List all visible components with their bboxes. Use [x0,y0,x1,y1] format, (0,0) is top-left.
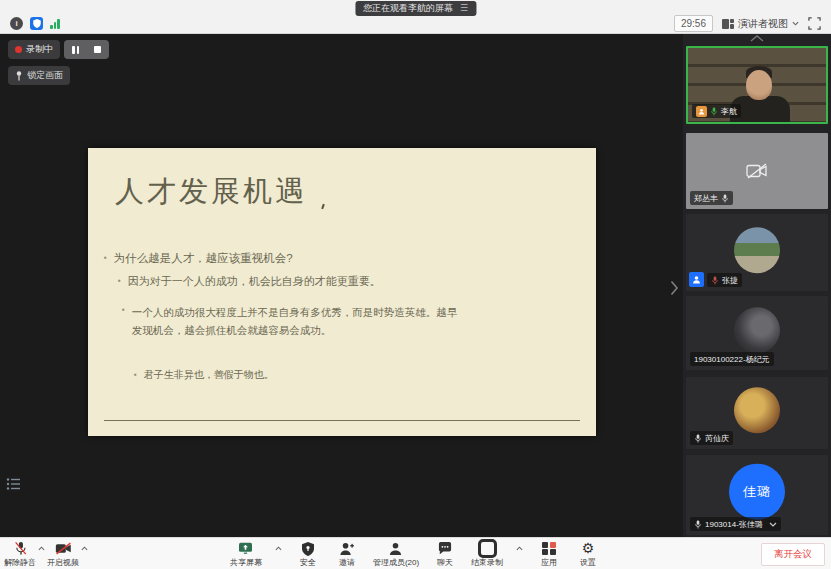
meeting-info-icon[interactable]: i [10,17,23,30]
gear-icon: ⚙ [582,541,595,556]
mic-muted-icon [711,276,719,285]
recording-options-caret-icon[interactable] [516,546,523,551]
meeting-timer: 29:56 [674,15,713,32]
slide-bullet: ▪因为对于一个人的成功，机会比自身的才能更重要。 [118,274,381,289]
apps-grid-icon [542,541,556,556]
slide-title: 人才发展机遇 [115,172,307,212]
top-bar: i 您正在观看李航的屏幕 ☰ 29:56 演讲者视图 [0,0,831,34]
share-screen-button[interactable]: 共享屏幕 [230,541,262,568]
participant-tile-zhangjie[interactable]: 张捷 [686,214,828,291]
annotation-tools-icon[interactable] [6,477,21,491]
network-signal-icon [50,18,60,29]
chevron-down-icon[interactable] [769,522,777,527]
shared-screen-area: 人才发展机遇 ▪为什么越是人才，越应该重视机会? ▪因为对于一个人的成功，机会比… [0,33,683,538]
bottom-toolbar: 解除静音 开启视频 [0,537,831,569]
avatar-initials: 佳璐 [729,464,785,520]
sidebar-collapse-chevron-icon[interactable] [750,35,764,42]
presentation-slide: 人才发展机遇 ▪为什么越是人才，越应该重视机会? ▪因为对于一个人的成功，机会比… [88,148,596,436]
avatar [734,307,780,353]
security-button[interactable]: 安全 [295,541,321,568]
manage-members-button[interactable]: 管理成员(20) [373,541,419,568]
layout-icon [722,19,734,29]
participants-sidebar: 李航 郑丛丰 [683,33,831,538]
slide-bullet: ▪一个人的成功很大程度上并不是自身有多优秀，而是时势造英雄。越早发现机会，越会抓… [122,303,462,339]
settings-button[interactable]: ⚙ 设置 [575,541,601,568]
chevron-down-icon [792,21,799,26]
participant-name: 芮仙庆 [705,433,729,444]
slide-bullet: ▪为什么越是人才，越应该重视机会? [104,251,293,266]
participant-tile-yangjiyuan[interactable]: 19030100222-杨纪元 [686,296,828,370]
lock-view-label: 锁定画面 [27,69,63,82]
mic-icon [694,434,702,443]
recording-dot-icon [15,46,22,53]
meeting-window: i 您正在观看李航的屏幕 ☰ 29:56 演讲者视图 人才发展机遇 [0,0,831,569]
share-options-caret-icon[interactable] [275,546,282,551]
participant-tile-lihang[interactable]: 李航 [686,46,828,124]
slide-divider [104,420,580,421]
participant-tile-zhengcongfeng[interactable]: 郑丛丰 [686,133,828,209]
meeting-protect-shield-icon[interactable] [30,17,43,30]
leave-meeting-button[interactable]: 离开会议 [761,543,825,566]
mic-icon [721,194,729,203]
participant-name: 19030100222-杨纪元 [694,354,770,365]
recording-indicator: 录制中 [8,40,60,59]
chat-button[interactable]: 聊天 [432,541,458,568]
avatar-initials-text: 佳璐 [743,483,771,501]
pointer-mark [321,204,325,209]
security-shield-icon [302,541,314,556]
watching-screen-pill[interactable]: 您正在观看李航的屏幕 ☰ [355,1,476,16]
chat-bubble-icon [438,541,452,556]
co-host-badge-icon [689,272,704,287]
watching-screen-text: 您正在观看李航的屏幕 [363,2,453,15]
stop-recording-button[interactable] [90,43,105,57]
invite-person-icon [339,541,354,556]
end-recording-button[interactable]: 结束录制 [471,541,503,568]
pin-icon [15,71,23,81]
avatar [734,387,780,433]
participant-name: 郑丛丰 [694,193,718,204]
members-icon [389,541,402,556]
share-screen-icon [238,541,253,556]
participant-tile-ruixianqing[interactable]: 芮仙庆 [686,377,828,449]
participant-name: 张捷 [722,275,738,286]
slide-bullet: ▪君子生非异也，善假于物也。 [134,368,274,382]
lock-view-button[interactable]: 锁定画面 [8,66,70,85]
participant-name: 1903014-张佳璐 [705,519,763,530]
mic-on-icon [710,107,718,116]
sidebar-expand-chevron-icon[interactable] [670,280,679,296]
host-badge-icon [696,106,707,117]
avatar [734,227,780,273]
camera-off-icon [746,163,768,180]
invite-button[interactable]: 邀请 [334,541,360,568]
recording-label: 录制中 [26,43,53,56]
fullscreen-icon[interactable] [808,17,821,30]
end-recording-icon [478,541,497,556]
pill-menu-icon[interactable]: ☰ [460,2,468,15]
participant-tile-zhangjialu[interactable]: 佳璐 1903014-张佳璐 [686,455,828,535]
pause-recording-button[interactable] [68,43,83,57]
mic-icon [694,520,702,529]
participant-name: 李航 [721,106,737,117]
view-mode-selector[interactable]: 演讲者视图 [722,17,799,31]
view-mode-label: 演讲者视图 [738,17,788,31]
apps-button[interactable]: 应用 [536,541,562,568]
